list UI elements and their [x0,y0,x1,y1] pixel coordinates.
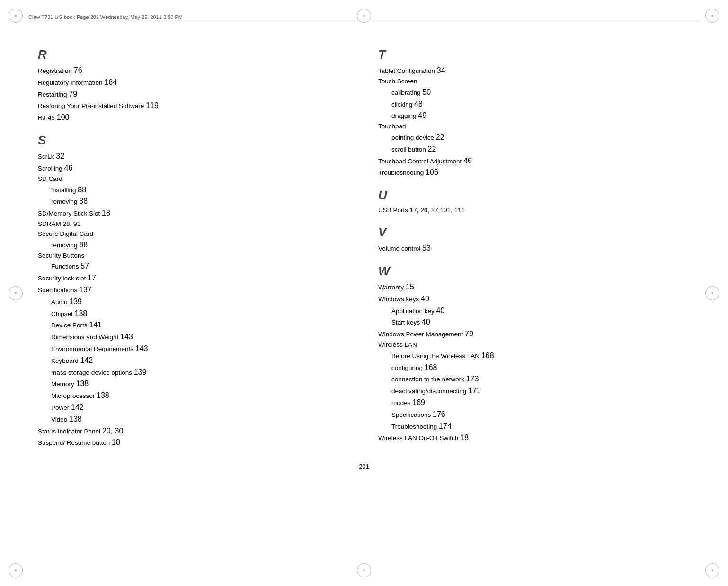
index-entry: Restarting 79 [38,89,350,100]
section-letter-W: W [378,264,690,279]
index-entry: dragging 49 [378,110,690,122]
index-number: 139 [69,298,82,306]
index-number: 142 [80,356,93,364]
index-entry: Security lock slot 17 [38,272,350,284]
index-number: 15 [406,283,414,291]
index-number: 76 [74,66,82,74]
index-entry: Application key 40 [378,305,690,317]
index-entry: Before Using the Wireless LAN 168 [378,350,690,362]
index-number: 50 [422,88,431,96]
index-number: 49 [418,111,426,119]
index-number: 176 [433,410,445,418]
corner-mark-tl [9,9,23,23]
index-number: 22 [436,133,444,141]
index-number: 138 [97,391,109,399]
index-number: 32 [56,152,64,160]
index-number: 48 [414,100,423,108]
index-entry: Secure Digital Card [38,229,350,239]
index-number: 22 [428,145,436,153]
columns: RRegistration 76Regulatory Information 1… [38,47,690,449]
index-number: 168 [425,363,437,371]
index-number: 106 [426,168,438,176]
index-entry: Registration 76 [38,65,350,77]
index-entry: SDRAM 28, 91 [38,219,350,229]
header-bar: Claw T731 UG.book Page 201 Wednesday, Ma… [28,14,700,22]
corner-mark-bl [9,563,23,577]
index-entry: Chipset 138 [38,308,350,320]
page-wrapper: Claw T731 UG.book Page 201 Wednesday, Ma… [0,0,728,586]
index-number: 138 [75,309,88,317]
index-entry: scroll button 22 [378,144,690,155]
index-number: 139 [134,368,147,376]
index-number: 79 [69,90,77,98]
corner-mark-ml [9,286,23,300]
index-number: 34 [437,66,445,74]
section-letter-T: T [378,47,690,62]
index-number: 171 [468,387,481,395]
index-entry: Tablet Configuration 34 [378,65,690,77]
index-number: 20, 30 [102,427,123,435]
index-entry: removing 88 [38,196,350,207]
corner-mark-br [705,563,719,577]
index-entry: Warranty 15 [378,281,690,293]
section-letter-S: S [38,133,350,148]
index-entry: Environmental Requirements 143 [38,343,350,355]
section-letter-U: U [378,188,690,203]
index-entry: calibrating 50 [378,87,690,99]
corner-mark-mr [705,286,719,300]
index-number: 168 [481,352,494,360]
index-number: 79 [465,330,473,338]
index-entry: Memory 138 [38,378,350,390]
index-entry: RJ-45 100 [38,112,350,124]
index-entry: pointing device 22 [378,132,690,144]
index-number: 169 [412,398,425,406]
index-number: 88 [79,197,88,205]
index-entry: SD Card [38,174,350,184]
page-number: 201 [38,463,690,470]
index-number: 142 [71,403,84,411]
index-entry: USB Ports 17, 26, 27,101, 111 [378,206,690,216]
section-letter-V: V [378,225,690,240]
index-entry: Regulatory Information 164 [38,77,350,89]
index-number: 137 [79,286,92,294]
index-entry: Start keys 40 [378,316,690,328]
index-entry: Power 142 [38,402,350,414]
index-entry: Troubleshooting 174 [378,421,690,433]
corner-mark-mb [357,563,371,577]
index-entry: Security Buttons [38,251,350,261]
index-entry: modes 169 [378,397,690,409]
index-entry: installing 88 [38,184,350,196]
index-number: 174 [439,422,452,430]
index-entry: Touch Screen [378,77,690,87]
index-number: 53 [422,244,431,252]
index-number: 57 [80,262,89,270]
index-entry: Specifications 176 [378,409,690,421]
index-entry: Windows Power Management 79 [378,328,690,340]
index-entry: Dimensions and Weight 143 [38,331,350,343]
index-entry: clicking 48 [378,99,690,110]
index-number: 138 [69,415,82,423]
index-entry: connection to the network 173 [378,373,690,385]
index-number: 46 [463,157,472,165]
index-number: 138 [76,379,89,388]
index-entry: deactivating/disconnecting 171 [378,385,690,397]
index-entry: Windows keys 40 [378,293,690,305]
corner-mark-tr [705,9,719,23]
index-entry: Status Indicator Panel 20, 30 [38,425,350,437]
index-entry: Volume control 53 [378,243,690,254]
index-entry: mass storage device options 139 [38,367,350,379]
index-number: 100 [57,113,70,121]
index-entry: Restoring Your Pre-installed Software 11… [38,100,350,112]
index-entry: Wireless LAN On-Off Switch 18 [378,432,690,444]
index-number: 88 [79,241,88,249]
index-number: 143 [120,333,133,341]
index-entry: configuring 168 [378,362,690,374]
index-number: 40 [421,295,429,303]
index-entry: Wireless LAN [378,340,690,350]
index-entry: Suspend/ Resume button 18 [38,437,350,449]
index-number: 18 [112,438,120,446]
index-entry: Keyboard 142 [38,355,350,367]
index-entry: removing 88 [38,239,350,251]
index-entry: Functions 57 [38,261,350,272]
index-number: 119 [146,101,159,109]
